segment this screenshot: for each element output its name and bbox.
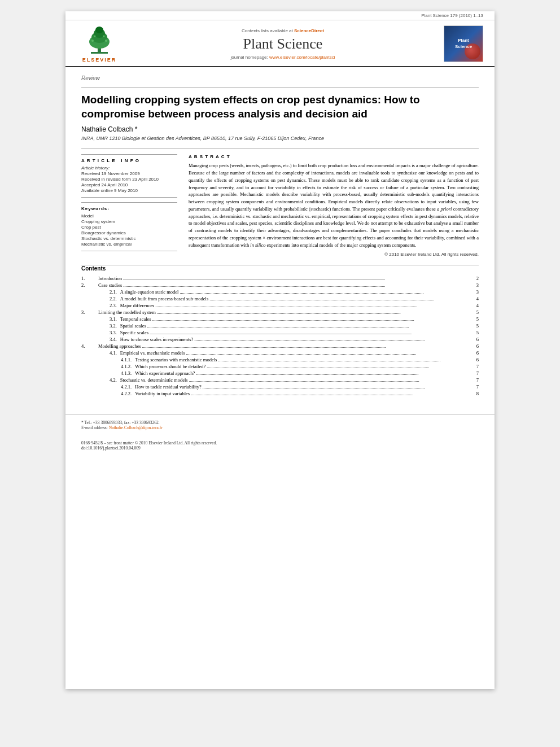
toc-row-3-4: 3.4. How to choose scales in experiments… <box>81 336 479 343</box>
toc-entry-4-2-2: 4.2.2. Variability in input variables ..… <box>98 390 479 397</box>
toc-page-4-1: 6 <box>476 350 479 356</box>
keyword-5: Stochastic vs. deterministic <box>81 236 177 241</box>
abstract-heading: A B S T R A C T <box>189 154 479 159</box>
elsevier-logo: ELSEVIER <box>77 25 122 63</box>
toc-entry-2-2: 2.2. A model built from process-based su… <box>98 295 479 302</box>
toc-subnum-4-1-3: 4.1.3. <box>121 370 132 376</box>
svg-point-7 <box>105 40 107 42</box>
toc-subnum-3-1: 3.1. <box>110 316 117 322</box>
toc-row-4-1-3: 4.1.3. Which experimental approach? ....… <box>81 370 479 377</box>
footnote-email: E-mail address: Nathalie.Colbach@dijon.i… <box>81 425 479 430</box>
history-label: Article history: <box>81 165 177 171</box>
toc-dots-3-4: ........................................… <box>193 337 476 342</box>
toc-subnum-4-2-1: 4.2.1. <box>121 384 132 390</box>
toc-label-3-4: How to choose scales in experiments? <box>120 337 194 342</box>
toc-entry-4-2-1: 4.2.1. How to tackle residual variabilit… <box>98 383 479 390</box>
doi-line: doi:10.1016/j.plantsci.2010.04.009 <box>81 445 479 451</box>
footer-section: * Tel.: +33 3806893033; fax: +33 3806932… <box>65 414 495 456</box>
toc-dots-4-2-2: ........................................… <box>190 391 476 396</box>
article-content: Review Modelling cropping system effects… <box>65 67 495 265</box>
toc-entry-2: Case studies ...........................… <box>98 282 479 289</box>
journal-homepage: journal homepage: www.elsevier.com/locat… <box>128 55 438 60</box>
keyword-6: Mechanistic vs. empirical <box>81 242 177 247</box>
toc-dots-4-1-3: ........................................… <box>195 371 476 376</box>
toc-subnum-4-2: 4.2. <box>110 377 117 383</box>
toc-dots-2-3: ........................................… <box>154 303 476 308</box>
toc-table: 1. Introduction ........................… <box>81 275 479 397</box>
toc-num-2-1 <box>81 289 98 295</box>
page: Plant Science 179 (2010) 1–13 ELSE <box>65 11 495 689</box>
toc-dots-3: ........................................… <box>156 310 476 315</box>
svg-rect-1 <box>91 52 108 54</box>
svg-point-9 <box>103 36 105 37</box>
available-online: Available online 9 May 2010 <box>81 188 177 193</box>
toc-page-4-2-1: 7 <box>476 384 479 390</box>
toc-subnum-2-2: 2.2. <box>110 296 117 302</box>
homepage-url[interactable]: www.elsevier.com/locate/plantsci <box>269 55 335 60</box>
toc-label-1: Introduction <box>98 276 122 281</box>
toc-page-2: 3 <box>476 282 479 288</box>
toc-label-4-1-1: Testing scenarios with mechanistic model… <box>135 357 217 362</box>
keywords-section: Keywords: Model Cropping system Crop pes… <box>81 202 177 251</box>
sciencedirect-link[interactable]: ScienceDirect <box>294 28 324 33</box>
toc-label-4-2-2: Variability in input variables <box>135 391 190 396</box>
toc-entry-3-3: 3.3. Specific scales ...................… <box>98 329 479 336</box>
toc-entry-4-1-1: 4.1.1. Testing scenarios with mechanisti… <box>98 356 479 363</box>
article-title: Modelling cropping system effects on cro… <box>81 93 479 121</box>
toc-subnum-4-1-1: 4.1.1. <box>121 357 132 362</box>
toc-entry-2-3: 2.3. Major differences .................… <box>98 302 479 309</box>
toc-page-3: 5 <box>476 309 479 315</box>
toc-dots-1: ........................................… <box>122 276 476 281</box>
keyword-3: Crop pest <box>81 225 177 230</box>
toc-page-3-2: 5 <box>476 323 479 329</box>
toc-dots-3-1: ........................................… <box>151 317 476 322</box>
sciencedirect-line: Contents lists available at ScienceDirec… <box>128 28 438 33</box>
toc-entry-1: Introduction ...........................… <box>98 275 479 282</box>
toc-entry-4-1: 4.1. Empirical vs. mechanistic models ..… <box>98 350 479 356</box>
toc-dots-3-3: ........................................… <box>148 330 476 335</box>
toc-row-4: 4. Modelling approaches ................… <box>81 343 479 350</box>
toc-num-3: 3. <box>81 309 98 316</box>
toc-dots-2-2: ........................................… <box>208 296 476 302</box>
title-divider-top <box>81 87 479 88</box>
toc-label-3-2: Spatial scales <box>120 323 146 329</box>
author-affiliation: INRA, UMR 1210 Biologie et Gestion des A… <box>81 136 479 141</box>
toc-label-4-1-3: Which experimental approach? <box>135 370 195 376</box>
toc-page-4: 6 <box>476 343 479 349</box>
toc-row-2-1: 2.1. A single-equation static model ....… <box>81 289 479 295</box>
toc-label-2-3: Major differences <box>120 303 155 308</box>
keyword-2: Cropping system <box>81 219 177 224</box>
journal-title: Plant Science <box>128 36 438 53</box>
accepted: Accepted 24 April 2010 <box>81 182 177 187</box>
homepage-label: journal homepage: <box>230 55 268 60</box>
abstract-text: Managing crop pests (weeds, insects, pat… <box>189 162 479 248</box>
toc-entry-3-4: 3.4. How to choose scales in experiments… <box>98 336 479 343</box>
toc-dots-3-2: ........................................… <box>146 324 476 329</box>
author-name-text: Nathalie Colbach * <box>81 125 137 133</box>
toc-dots-4-1-1: ........................................… <box>217 357 476 362</box>
article-info-box: A R T I C L E I N F O Article history: R… <box>81 154 177 198</box>
toc-row-3-3: 3.3. Specific scales ...................… <box>81 329 479 336</box>
toc-label-4-1-2: Which processes should be detailed? <box>135 364 205 369</box>
journal-citation: Plant Science 179 (2010) 1–13 <box>65 11 495 20</box>
journal-center: Contents lists available at ScienceDirec… <box>122 28 444 60</box>
toc-dots-4-1-2: ........................................… <box>205 364 476 369</box>
toc-row-3-1: 3.1. Temporal scales ...................… <box>81 316 479 322</box>
toc-num-4: 4. <box>81 343 98 350</box>
received2: Received in revised form 23 April 2010 <box>81 177 177 182</box>
toc-subnum-4-2-2: 4.2.2. <box>121 391 132 396</box>
toc-label-3: Limiting the modelled system <box>98 309 156 315</box>
toc-row-4-1: 4.1. Empirical vs. mechanistic models ..… <box>81 350 479 356</box>
toc-subnum-2-3: 2.3. <box>110 303 117 308</box>
toc-page-4-1-3: 7 <box>476 370 479 376</box>
toc-entry-2-1: 2.1. A single-equation static model ....… <box>98 289 479 295</box>
toc-row-4-1-1: 4.1.1. Testing scenarios with mechanisti… <box>81 356 479 363</box>
email-link[interactable]: Nathalie.Colbach@dijon.inra.fr <box>109 425 163 430</box>
toc-row-3: 3. Limiting the modelled system ........… <box>81 309 479 316</box>
toc-entry-3-1: 3.1. Temporal scales ...................… <box>98 316 479 322</box>
toc-row-2-3: 2.3. Major differences .................… <box>81 302 479 309</box>
elsevier-wordmark: ELSEVIER <box>82 57 117 63</box>
svg-point-5 <box>95 27 103 33</box>
toc-page-4-1-1: 6 <box>476 357 479 362</box>
tel-fax: * Tel.: +33 3806893033; fax: +33 3806932… <box>81 420 160 425</box>
